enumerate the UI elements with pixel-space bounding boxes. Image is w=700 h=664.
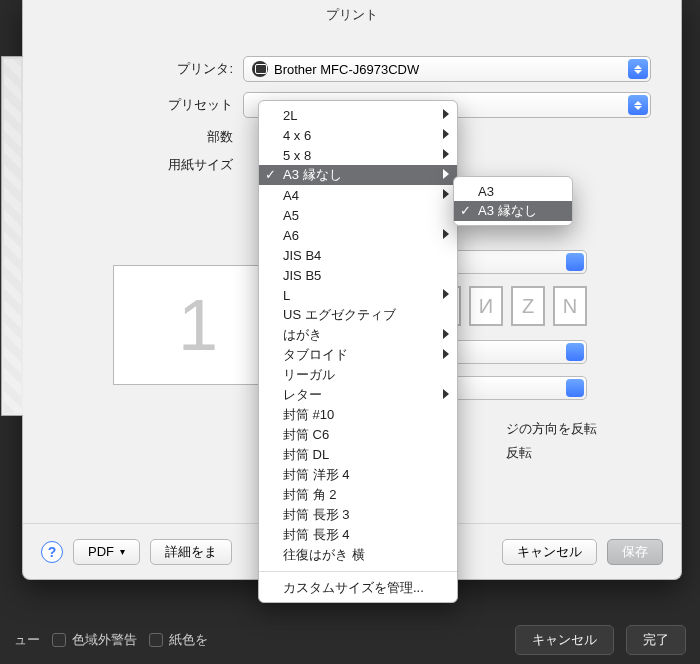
checkbox-icon bbox=[52, 633, 66, 647]
bg-check-gamut-label: 色域外警告 bbox=[72, 631, 137, 649]
paper-menu-item[interactable]: はがき bbox=[259, 325, 457, 345]
paper-menu-item[interactable]: レター bbox=[259, 385, 457, 405]
paper-menu-item-label: はがき bbox=[283, 326, 322, 344]
paper-menu-item-label: US エグゼクティブ bbox=[283, 306, 396, 324]
copies-label: 部数 bbox=[23, 128, 233, 146]
paper-size-menu[interactable]: 2L4 x 65 x 8✓A3 縁なしA4A5A6JIS B4JIS B5LUS… bbox=[258, 100, 458, 603]
check-icon: ✓ bbox=[265, 167, 276, 182]
side-text: ジの方向を反転 反転 bbox=[506, 420, 597, 468]
orientation-icon: N bbox=[555, 288, 585, 324]
bg-done-button[interactable]: 完了 bbox=[626, 625, 686, 655]
details-button[interactable]: 詳細をま bbox=[150, 539, 232, 565]
paper-menu-item-label: JIS B5 bbox=[283, 268, 321, 283]
paper-menu-item[interactable]: 5 x 8 bbox=[259, 145, 457, 165]
paper-menu-item-label: A5 bbox=[283, 208, 299, 223]
bg-cancel-button[interactable]: キャンセル bbox=[515, 625, 614, 655]
paper-menu-item[interactable]: JIS B4 bbox=[259, 245, 457, 265]
paper-menu-item[interactable]: タブロイド bbox=[259, 345, 457, 365]
side-text-line2: 反転 bbox=[506, 444, 597, 462]
paper-menu-item[interactable]: 4 x 6 bbox=[259, 125, 457, 145]
paper-submenu-item[interactable]: A3 bbox=[454, 181, 572, 201]
manage-custom-sizes-label: カスタムサイズを管理... bbox=[283, 579, 424, 597]
printer-value: Brother MFC-J6973CDW bbox=[274, 62, 419, 77]
paper-menu-item-label: リーガル bbox=[283, 366, 335, 384]
submenu-arrow-icon bbox=[443, 109, 449, 119]
paper-menu-item[interactable]: 封筒 C6 bbox=[259, 425, 457, 445]
paper-menu-item-label: 4 x 6 bbox=[283, 128, 311, 143]
messenger-icon bbox=[252, 61, 268, 77]
paper-menu-item-label: 封筒 DL bbox=[283, 446, 329, 464]
sheet-title: プリント bbox=[23, 6, 681, 24]
help-button[interactable]: ? bbox=[41, 541, 63, 563]
paper-menu-item-label: A3 縁なし bbox=[283, 166, 342, 184]
paper-menu-item-label: 封筒 長形 4 bbox=[283, 526, 349, 544]
bg-bottom-bar: ュー 色域外警告 紙色を キャンセル 完了 bbox=[0, 616, 700, 664]
chevron-down-icon: ▾ bbox=[120, 546, 125, 557]
paper-menu-item[interactable]: L bbox=[259, 285, 457, 305]
bg-check-paper[interactable]: 紙色を bbox=[149, 631, 208, 649]
orientation-option[interactable]: N bbox=[553, 286, 587, 326]
manage-custom-sizes[interactable]: カスタムサイズを管理... bbox=[259, 578, 457, 598]
paper-menu-item[interactable]: 2L bbox=[259, 105, 457, 125]
paper-menu-item[interactable]: A6 bbox=[259, 225, 457, 245]
paper-menu-item-label: 5 x 8 bbox=[283, 148, 311, 163]
menu-separator bbox=[259, 571, 457, 572]
preview-page-number: 1 bbox=[178, 284, 218, 366]
paper-menu-item-label: 封筒 C6 bbox=[283, 426, 329, 444]
submenu-arrow-icon bbox=[443, 229, 449, 239]
paper-menu-item-label: 往復はがき 横 bbox=[283, 546, 365, 564]
left-document-strip bbox=[1, 56, 23, 416]
bg-check-gamut[interactable]: 色域外警告 bbox=[52, 631, 137, 649]
orientation-icon: Z bbox=[513, 288, 543, 324]
paper-size-label: 用紙サイズ bbox=[23, 156, 233, 174]
submenu-arrow-icon bbox=[443, 389, 449, 399]
orientation-option[interactable]: Z bbox=[511, 286, 545, 326]
submenu-arrow-icon bbox=[443, 329, 449, 339]
paper-menu-item[interactable]: 封筒 #10 bbox=[259, 405, 457, 425]
paper-menu-item-label: 2L bbox=[283, 108, 297, 123]
paper-menu-item[interactable]: US エグゼクティブ bbox=[259, 305, 457, 325]
paper-menu-item-label: L bbox=[283, 288, 290, 303]
paper-menu-item[interactable]: 往復はがき 横 bbox=[259, 545, 457, 565]
submenu-arrow-icon bbox=[443, 189, 449, 199]
paper-submenu-item-label: A3 縁なし bbox=[478, 202, 537, 220]
check-icon: ✓ bbox=[460, 203, 471, 218]
paper-menu-item[interactable]: リーガル bbox=[259, 365, 457, 385]
pdf-button-label: PDF bbox=[88, 544, 114, 559]
printer-select[interactable]: Brother MFC-J6973CDW bbox=[243, 56, 651, 82]
orientation-option[interactable]: И bbox=[469, 286, 503, 326]
paper-submenu-item[interactable]: ✓A3 縁なし bbox=[454, 201, 572, 221]
paper-menu-item-label: タブロイド bbox=[283, 346, 348, 364]
bg-check-paper-label: 紙色を bbox=[169, 631, 208, 649]
paper-menu-item[interactable]: 封筒 DL bbox=[259, 445, 457, 465]
submenu-arrow-icon bbox=[443, 149, 449, 159]
updown-icon bbox=[628, 95, 648, 115]
paper-menu-item-label: 封筒 角 2 bbox=[283, 486, 336, 504]
cancel-button[interactable]: キャンセル bbox=[502, 539, 597, 565]
paper-menu-item[interactable]: JIS B5 bbox=[259, 265, 457, 285]
checkbox-icon bbox=[149, 633, 163, 647]
paper-submenu-item-label: A3 bbox=[478, 184, 494, 199]
paper-menu-item-label: レター bbox=[283, 386, 322, 404]
paper-menu-item[interactable]: A4 bbox=[259, 185, 457, 205]
preset-label: プリセット bbox=[23, 96, 233, 114]
paper-menu-item-label: A6 bbox=[283, 228, 299, 243]
paper-menu-item-label: 封筒 洋形 4 bbox=[283, 466, 349, 484]
paper-size-submenu[interactable]: A3✓A3 縁なし bbox=[453, 176, 573, 226]
paper-menu-item[interactable]: ✓A3 縁なし bbox=[259, 165, 457, 185]
submenu-arrow-icon bbox=[443, 129, 449, 139]
paper-menu-item-label: 封筒 長形 3 bbox=[283, 506, 349, 524]
paper-menu-item[interactable]: 封筒 洋形 4 bbox=[259, 465, 457, 485]
pdf-button[interactable]: PDF ▾ bbox=[73, 539, 140, 565]
print-sheet: プリント I6 プリンタ: Brother MFC-J6973CDW プリセット… bbox=[22, 0, 682, 580]
updown-icon bbox=[628, 59, 648, 79]
bg-label-view: ュー bbox=[14, 631, 40, 649]
paper-menu-item[interactable]: 封筒 長形 4 bbox=[259, 525, 457, 545]
submenu-arrow-icon bbox=[443, 169, 449, 179]
save-button[interactable]: 保存 bbox=[607, 539, 663, 565]
paper-menu-item[interactable]: A5 bbox=[259, 205, 457, 225]
paper-menu-item[interactable]: 封筒 長形 3 bbox=[259, 505, 457, 525]
paper-menu-item-label: A4 bbox=[283, 188, 299, 203]
paper-menu-item[interactable]: 封筒 角 2 bbox=[259, 485, 457, 505]
orientation-icon: И bbox=[471, 288, 501, 324]
